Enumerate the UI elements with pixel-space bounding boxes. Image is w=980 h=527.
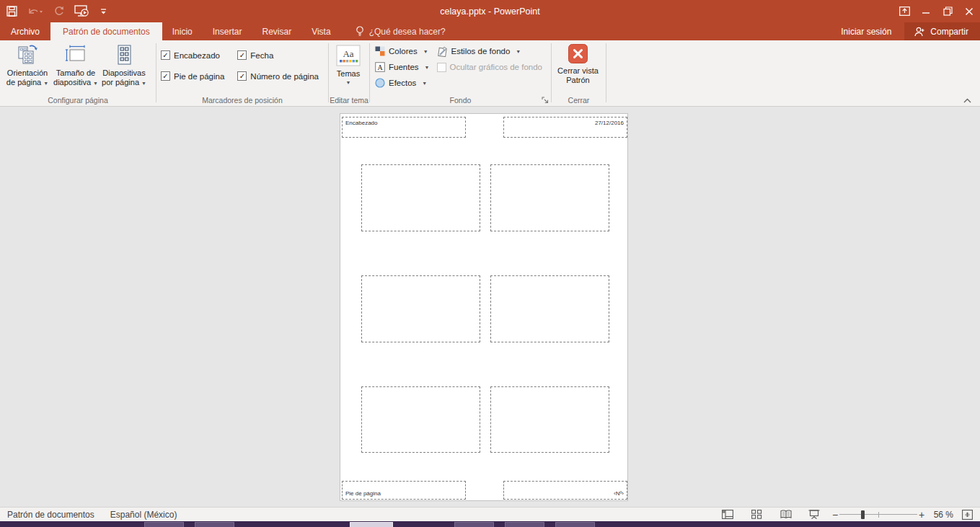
close-master-icon	[568, 44, 588, 63]
button-label: Orientación	[7, 68, 48, 77]
header-placeholder[interactable]: Encabezado	[342, 117, 466, 138]
dropdown-caret-icon: ▼	[423, 49, 428, 54]
content-placeholder-4[interactable]	[490, 275, 609, 342]
slides-per-page-icon	[113, 44, 135, 66]
slide-size-button[interactable]: Tamaño dediapositiva▼	[53, 40, 99, 88]
taskbar-button[interactable]	[555, 522, 595, 527]
slideshow-from-start-icon[interactable]	[74, 5, 90, 17]
themes-icon: Aa	[336, 45, 361, 66]
zoom-in-button[interactable]: +	[917, 509, 926, 521]
dropdown-caret-icon: ▼	[425, 65, 430, 70]
dropdown-caret-icon: ▼	[346, 80, 351, 85]
taskbar-button[interactable]	[454, 522, 494, 527]
theme-colors-icon	[375, 46, 385, 56]
checkbox-ocultar-graficos-de-fondo: Ocultar gráficos de fondo	[437, 59, 543, 75]
redo-icon[interactable]	[53, 6, 64, 17]
checkmark-icon: ✓	[239, 52, 245, 59]
taskbar-button[interactable]	[195, 522, 234, 527]
ribbon-display-options-icon[interactable]	[893, 0, 915, 22]
checkbox-fecha[interactable]: ✓ Fecha	[237, 50, 319, 60]
page-orientation-button[interactable]: Orientaciónde página▼	[4, 40, 50, 88]
theme-fonts-button[interactable]: A Fuentes ▼	[375, 59, 430, 75]
checkbox-label: Pie de página	[174, 72, 224, 81]
theme-effects-button[interactable]: Efectos ▼	[375, 75, 430, 91]
checkbox-encabezado[interactable]: ✓ Encabezado	[161, 50, 224, 60]
tab-insertar[interactable]: Insertar	[203, 22, 252, 40]
zoom-slider[interactable]	[839, 510, 917, 520]
group-editar-tema: Aa Temas ▼ Editar tema	[329, 40, 369, 106]
taskbar-button[interactable]	[144, 522, 184, 527]
collapse-ribbon-icon[interactable]	[963, 98, 971, 103]
group-marcadores-de-posicion: ✓ Encabezado ✓ Fecha ✓ Pie de página ✓ N…	[156, 40, 328, 106]
dialog-launcher-icon[interactable]	[542, 97, 549, 104]
handout-master-page[interactable]: Encabezado 27/12/2016 Pie de página ‹Nº›	[340, 113, 628, 501]
button-label: Tamaño de	[56, 68, 95, 77]
status-view-name[interactable]: Patrón de documentos	[7, 510, 94, 520]
svg-text:A: A	[377, 63, 383, 71]
button-label: Estilos de fondo	[451, 47, 511, 56]
button-label: Cerrar vista	[557, 66, 599, 75]
lightbulb-icon	[356, 26, 364, 37]
checkbox-label: Número de página	[250, 72, 319, 81]
share-button[interactable]: Compartir	[904, 22, 980, 40]
taskbar-button[interactable]	[505, 522, 544, 527]
group-configurar-pagina: Orientaciónde página▼ Tamaño dediapositi…	[0, 40, 156, 106]
checkbox-label: Fecha	[250, 51, 273, 60]
tab-patron-de-documentos[interactable]: Patrón de documentos	[50, 22, 162, 40]
slideshow-icon[interactable]	[808, 510, 820, 519]
zoom-out-button[interactable]: −	[831, 509, 839, 521]
checkbox-box: ✓	[161, 50, 170, 60]
zoom-slider-thumb[interactable]	[861, 510, 865, 519]
minimize-icon[interactable]	[915, 0, 937, 22]
normal-view-icon[interactable]	[722, 510, 733, 519]
close-icon[interactable]	[958, 0, 980, 22]
tab-vista[interactable]: Vista	[301, 22, 340, 40]
content-placeholder-2[interactable]	[490, 164, 609, 231]
share-label: Compartir	[930, 27, 968, 37]
save-icon[interactable]	[6, 6, 17, 17]
tab-inicio[interactable]: Inicio	[162, 22, 203, 40]
sign-in-button[interactable]: Iniciar sesión	[828, 22, 904, 40]
tab-archivo[interactable]: Archivo	[0, 22, 50, 40]
zoom-level[interactable]: 56 %	[926, 510, 953, 520]
footer-placeholder[interactable]: Pie de página	[342, 481, 466, 500]
group-label: Configurar página	[0, 96, 156, 105]
content-placeholder-3[interactable]	[361, 275, 480, 342]
tell-me-box[interactable]: ¿Qué desea hacer?	[356, 22, 446, 40]
svg-text:Aa: Aa	[343, 48, 353, 59]
page-number-placeholder[interactable]: ‹Nº›	[503, 481, 627, 500]
dropdown-caret-icon: ▼	[141, 81, 146, 86]
qat-customize-icon[interactable]	[100, 8, 107, 14]
ribbon: Orientaciónde página▼ Tamaño dediapositi…	[0, 40, 980, 107]
fit-to-window-icon[interactable]	[962, 510, 973, 520]
checkbox-box: ✓	[161, 71, 170, 81]
button-label: Fuentes	[389, 63, 419, 71]
tell-me-label: ¿Qué desea hacer?	[369, 27, 446, 37]
dropdown-caret-icon: ▼	[422, 81, 427, 86]
checkbox-box	[437, 63, 446, 72]
content-placeholder-5[interactable]	[361, 386, 480, 453]
taskbar-button-active[interactable]	[350, 522, 393, 527]
background-styles-button[interactable]: Estilos de fondo ▼	[437, 43, 543, 59]
tab-revisar[interactable]: Revisar	[252, 22, 301, 40]
group-fondo: Colores ▼ A Fuentes ▼ Efectos ▼	[370, 40, 551, 106]
close-master-view-button[interactable]: Cerrar vistaPatrón	[552, 40, 604, 85]
date-placeholder[interactable]: 27/12/2016	[503, 117, 627, 138]
status-language[interactable]: Español (México)	[110, 510, 177, 520]
button-label: Efectos	[389, 79, 416, 87]
slide-sorter-icon[interactable]	[751, 510, 762, 519]
checkbox-pie-de-pagina[interactable]: ✓ Pie de página	[161, 71, 224, 81]
checkmark-icon: ✓	[162, 73, 168, 80]
undo-icon[interactable]	[27, 6, 43, 17]
content-placeholder-6[interactable]	[490, 386, 609, 453]
reading-view-icon[interactable]	[780, 510, 792, 519]
dropdown-caret-icon: ▼	[43, 81, 48, 86]
restore-icon[interactable]	[937, 0, 958, 22]
button-label: Colores	[389, 47, 418, 56]
slides-per-page-button[interactable]: Diapositivaspor página▼	[101, 40, 147, 88]
themes-button[interactable]: Aa Temas ▼	[329, 40, 368, 85]
checkbox-numero-de-pagina[interactable]: ✓ Número de página	[237, 71, 319, 81]
theme-colors-button[interactable]: Colores ▼	[375, 43, 430, 59]
content-placeholder-1[interactable]	[361, 164, 480, 231]
checkbox-label: Ocultar gráficos de fondo	[450, 63, 543, 71]
